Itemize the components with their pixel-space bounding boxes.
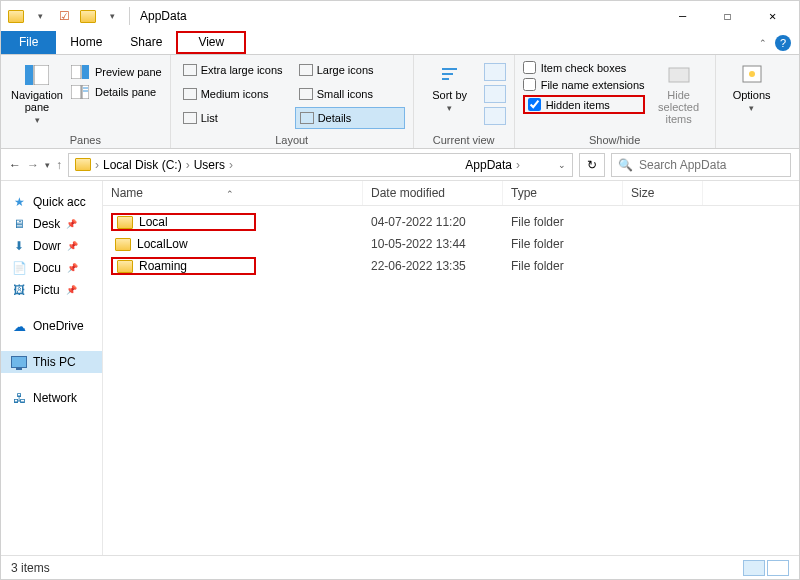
tab-view[interactable]: View [176,31,246,54]
breadcrumb-item[interactable]: AppData [465,158,512,172]
options-button[interactable]: Options ▾ [724,59,780,113]
sidebar-onedrive[interactable]: ☁OneDrive [1,315,102,337]
file-date: 22-06-2022 13:35 [363,256,503,276]
help-icon[interactable]: ? [775,35,791,51]
svg-point-13 [749,71,755,77]
search-box[interactable]: 🔍 [611,153,791,177]
qat-open-icon[interactable] [77,5,99,27]
navigation-pane-button[interactable]: Navigation pane ▾ [9,59,65,125]
add-columns-button[interactable] [484,85,506,103]
back-button[interactable]: ← [9,158,21,172]
ribbon-group-options: Options ▾ [716,55,788,148]
window-title: AppData [136,9,187,23]
hide-selected-label: Hide selected items [651,89,707,125]
tab-file[interactable]: File [1,31,56,54]
column-name[interactable]: Name ⌃ [103,181,363,205]
qat-properties-icon[interactable]: ☑ [53,5,75,27]
address-dropdown-icon[interactable]: ⌄ [558,160,566,170]
qat-chevron-icon[interactable]: ▾ [101,5,123,27]
checkbox[interactable] [523,78,536,91]
sidebar-quick-access[interactable]: ★Quick acc [1,191,102,213]
preview-pane-button[interactable]: Preview pane [71,65,162,79]
pin-icon: 📌 [66,219,77,229]
checkbox[interactable] [523,61,536,74]
layout-list[interactable]: List [179,107,289,129]
layout-small[interactable]: Small icons [295,83,405,105]
file-type: File folder [503,256,623,276]
group-by-button[interactable] [484,63,506,81]
address-bar[interactable]: › Local Disk (C:) › Users › AppData › ⌄ [68,153,573,177]
sidebar-network[interactable]: 🖧Network [1,387,102,409]
ribbon-group-label: Panes [9,132,162,146]
large-icon [299,64,313,76]
hide-selected-button[interactable]: Hide selected items [651,59,707,125]
layout-large[interactable]: Large icons [295,59,405,81]
view-details-button[interactable] [743,560,765,576]
refresh-button[interactable]: ↻ [579,153,605,177]
folder-icon [117,260,133,273]
search-input[interactable] [639,158,789,172]
file-type: File folder [503,212,623,232]
layout-extra-large[interactable]: Extra large icons [179,59,289,81]
column-type[interactable]: Type [503,181,623,205]
column-size[interactable]: Size [623,181,703,205]
folder-icon [75,158,91,171]
up-button[interactable]: ↑ [56,158,62,172]
medium-icon [183,88,197,100]
ribbon-group-label: Layout [179,132,405,146]
details-icon [300,112,314,124]
item-check-boxes-toggle[interactable]: Item check boxes [523,61,645,74]
hide-selected-icon [665,63,693,87]
folder-icon [5,5,27,27]
chevron-right-icon: › [95,158,99,172]
sort-by-label: Sort by [432,89,467,101]
sidebar-this-pc[interactable]: This PC [1,351,102,373]
ribbon-group-label: Current view [422,132,506,146]
status-bar: 3 items [1,555,799,579]
file-name-extensions-toggle[interactable]: File name extensions [523,78,645,91]
details-pane-icon [71,85,89,99]
desktop-icon: 🖥 [11,217,27,231]
folder-entry[interactable]: Roaming [111,257,256,275]
file-name: LocalLow [137,237,188,251]
ribbon-collapse-icon[interactable]: ⌃ [759,38,767,48]
file-name: Roaming [139,259,187,273]
size-columns-button[interactable] [484,107,506,125]
table-row[interactable]: LocalLow10-05-2022 13:44File folder [103,234,799,254]
extra-large-icon [183,64,197,76]
recent-locations-button[interactable]: ▾ [45,160,50,170]
sidebar-item[interactable]: 🖼Pictu📌 [1,279,102,301]
view-large-button[interactable] [767,560,789,576]
address-row: ← → ▾ ↑ › Local Disk (C:) › Users › AppD… [1,149,799,181]
layout-details[interactable]: Details [295,107,405,129]
breadcrumb-item[interactable]: Local Disk (C:) [103,158,182,172]
sidebar-item[interactable]: 🖥Desk📌 [1,213,102,235]
tab-home[interactable]: Home [56,31,116,54]
forward-button[interactable]: → [27,158,39,172]
documents-icon: 📄 [11,261,27,275]
sidebar-item[interactable]: ⬇Dowr📌 [1,235,102,257]
breadcrumb-item[interactable]: Users [194,158,225,172]
sort-by-button[interactable]: Sort by ▾ [422,59,478,113]
folder-entry[interactable]: LocalLow [111,237,192,251]
maximize-button[interactable]: ☐ [705,2,750,30]
close-button[interactable]: ✕ [750,2,795,30]
column-date[interactable]: Date modified [363,181,503,205]
checkbox[interactable] [528,98,541,111]
tab-share[interactable]: Share [116,31,176,54]
folder-entry[interactable]: Local [111,213,256,231]
details-pane-button[interactable]: Details pane [71,85,162,99]
file-size [623,241,703,247]
minimize-button[interactable]: — [660,2,705,30]
divider [129,7,130,25]
sort-indicator-icon: ⌃ [226,189,234,199]
pictures-icon: 🖼 [11,283,27,297]
table-row[interactable]: Local04-07-2022 11:20File folder [103,210,799,234]
layout-medium[interactable]: Medium icons [179,83,289,105]
sidebar-item[interactable]: 📄Docu📌 [1,257,102,279]
file-date: 04-07-2022 11:20 [363,212,503,232]
hidden-items-toggle[interactable]: Hidden items [523,95,645,114]
table-row[interactable]: Roaming22-06-2022 13:35File folder [103,254,799,278]
chevron-down-icon: ▾ [749,103,754,113]
qat-dropdown-icon[interactable]: ▾ [29,5,51,27]
